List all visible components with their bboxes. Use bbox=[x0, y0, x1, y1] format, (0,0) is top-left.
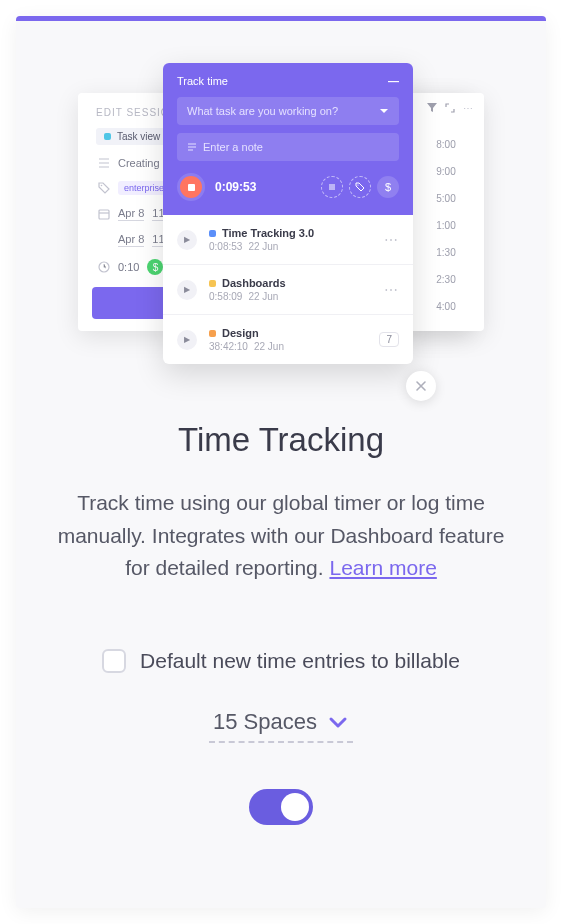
svg-point-0 bbox=[101, 185, 103, 187]
elapsed-time: 0:09:53 bbox=[215, 180, 256, 194]
entry-more-icon[interactable]: ⋯ bbox=[384, 232, 399, 248]
time-entry[interactable]: ▶ Time Tracking 3.0 0:08:5322 Jun ⋯ bbox=[163, 215, 413, 265]
entry-dur: 38:42:10 bbox=[209, 341, 248, 352]
time-slot: 5:00 bbox=[408, 185, 484, 212]
billable-label: Default new time entries to billable bbox=[140, 649, 460, 673]
entry-dur: 0:58:09 bbox=[209, 291, 242, 302]
page-description: Track time using our global timer or log… bbox=[48, 487, 514, 585]
task-pill-label: Task view bbox=[117, 131, 160, 142]
dollar-circle-icon[interactable]: $ bbox=[377, 176, 399, 198]
tag-circle-icon[interactable] bbox=[349, 176, 371, 198]
time-slot: 9:00 bbox=[408, 158, 484, 185]
chevron-down-icon bbox=[327, 711, 349, 733]
task-pill[interactable]: Task view bbox=[96, 128, 168, 145]
note-input[interactable]: Enter a note bbox=[177, 133, 399, 161]
svg-point-3 bbox=[357, 184, 358, 185]
chevron-down-icon bbox=[379, 106, 389, 116]
date-2[interactable]: Apr 8 bbox=[118, 233, 144, 247]
date-1[interactable]: Apr 8 bbox=[118, 207, 144, 221]
entry-more-icon[interactable]: ⋯ bbox=[384, 282, 399, 298]
spaces-label: 15 Spaces bbox=[213, 709, 317, 735]
list-icon bbox=[96, 157, 112, 169]
stop-button[interactable] bbox=[177, 173, 205, 201]
play-icon[interactable]: ▶ bbox=[177, 330, 197, 350]
close-button[interactable] bbox=[406, 371, 436, 401]
entry-dur: 0:08:53 bbox=[209, 241, 242, 252]
entry-name: Time Tracking 3.0 bbox=[222, 227, 314, 239]
note-icon bbox=[187, 142, 197, 152]
minimize-icon[interactable]: — bbox=[388, 75, 399, 87]
page-title: Time Tracking bbox=[48, 421, 514, 459]
entry-date: 22 Jun bbox=[248, 241, 278, 252]
time-slot: 1:30 bbox=[408, 239, 484, 266]
learn-more-link[interactable]: Learn more bbox=[329, 556, 436, 579]
enable-toggle[interactable] bbox=[249, 789, 313, 825]
play-icon[interactable]: ▶ bbox=[177, 230, 197, 250]
expand-icon[interactable] bbox=[445, 103, 455, 114]
entry-count: 7 bbox=[379, 332, 399, 347]
entry-name: Design bbox=[222, 327, 259, 339]
play-icon[interactable]: ▶ bbox=[177, 280, 197, 300]
tag-icon bbox=[96, 182, 112, 194]
duration-label: 0:10 bbox=[118, 261, 139, 273]
time-slot: 1:00 bbox=[408, 212, 484, 239]
billable-checkbox[interactable] bbox=[102, 649, 126, 673]
time-column: ⋯ 8:00 9:00 5:00 1:00 1:30 2:30 4:00 bbox=[408, 93, 484, 331]
note-placeholder: Enter a note bbox=[203, 141, 263, 153]
clock-icon bbox=[96, 261, 112, 273]
calendar-icon bbox=[96, 208, 112, 220]
timer-panel: Track time — What task are you working o… bbox=[163, 63, 413, 364]
list-circle-icon[interactable] bbox=[321, 176, 343, 198]
dollar-icon[interactable]: $ bbox=[147, 259, 163, 275]
spaces-selector[interactable]: 15 Spaces bbox=[209, 709, 353, 743]
entry-date: 22 Jun bbox=[254, 341, 284, 352]
svg-rect-1 bbox=[99, 210, 109, 219]
time-entry[interactable]: ▶ Dashboards 0:58:0922 Jun ⋯ bbox=[163, 265, 413, 315]
time-slot: 4:00 bbox=[408, 293, 484, 320]
task-select[interactable]: What task are you working on? bbox=[177, 97, 399, 125]
more-icon[interactable]: ⋯ bbox=[463, 103, 474, 114]
time-slot: 8:00 bbox=[408, 131, 484, 158]
time-slot: 2:30 bbox=[408, 266, 484, 293]
entry-date: 22 Jun bbox=[248, 291, 278, 302]
task-placeholder: What task are you working on? bbox=[187, 105, 338, 117]
timer-title: Track time bbox=[177, 75, 228, 87]
filter-icon[interactable] bbox=[427, 103, 437, 114]
time-entry[interactable]: ▶ Design 38:42:1022 Jun 7 bbox=[163, 315, 413, 364]
entry-name: Dashboards bbox=[222, 277, 286, 289]
